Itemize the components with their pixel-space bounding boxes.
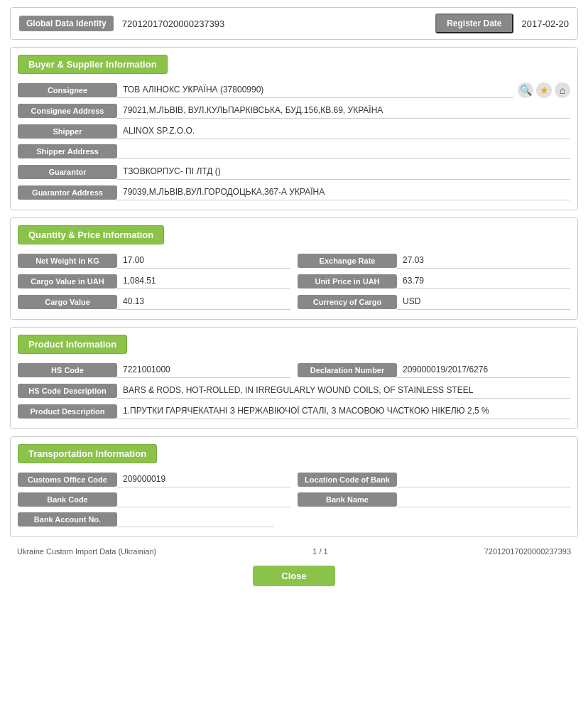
product-desc-label: Product Description [18,404,117,419]
consignee-icons: 🔍 ★ ⌂ [518,82,570,98]
cargo-value-row: Cargo Value 40.13 Currency of Cargo USD [11,291,577,312]
currency-cargo-label: Currency of Cargo [298,295,397,309]
unit-price-uah-value: 63.79 [397,273,570,289]
shipper-row: Shipper ALINOX SP.Z.O.O. [11,121,577,141]
product-desc-row: Product Description 1.ПРУТКИ ГАРЯЧЕКАТАН… [11,401,577,421]
net-weight-pair: Net Weight in KG 17.00 [18,252,290,269]
location-code-bank-label: Location Code of Bank [298,473,397,487]
hs-code-desc-value: BARS & RODS, HOT-ROLLED, IN IRREGULARLY … [117,382,570,399]
currency-cargo-pair: Currency of Cargo USD [298,293,570,310]
footer-center: 1 / 1 [312,547,327,556]
declaration-number-pair: Declaration Number 209000019/2017/6276 [298,362,570,378]
hs-code-desc-label: HS Code Description [18,384,117,398]
bank-code-name-row: Bank Code Bank Name [11,490,577,509]
consignee-address-label: Consignee Address [18,104,117,118]
unit-price-uah-pair: Unit Price in UAH 63.79 [298,273,570,289]
hs-code-desc-row: HS Code Description BARS & RODS, HOT-ROL… [11,380,577,401]
cargo-value-uah-value: 1,084.51 [117,273,290,289]
exchange-rate-label: Exchange Rate [298,254,397,268]
consignee-row: Consignee ТОВ АЛІНОКС УКРАЇНА (37800990)… [11,80,577,100]
hs-code-label: HS Code [18,363,117,377]
global-data-identity-value: 72012017020000237393 [122,18,427,29]
star-icon[interactable]: ★ [536,82,552,98]
net-weight-exchange-row: Net Weight in KG 17.00 Exchange Rate 27.… [11,250,577,271]
consignee-address-value: 79021,М.ЛЬВІВ, ВУЛ.КУЛЬПАРКІВСЬКА, БУД.1… [117,102,570,119]
cargo-value-uah-pair: Cargo Value in UAH 1,084.51 [18,273,290,289]
customs-office-pair: Customs Office Code 209000019 [18,471,290,487]
exchange-rate-value: 27.03 [397,252,570,269]
consignee-value: ТОВ АЛІНОКС УКРАЇНА (37800990) [117,82,513,98]
net-weight-label: Net Weight in KG [18,254,117,268]
bank-code-value [117,492,290,507]
register-date-value: 2017-02-20 [522,18,570,29]
bank-name-label: Bank Name [298,492,397,507]
bank-name-value [397,492,570,507]
declaration-number-label: Declaration Number [298,363,397,377]
bank-code-label: Bank Code [18,492,117,507]
bank-account-label: Bank Account No. [18,512,117,527]
shipper-value: ALINOX SP.Z.O.O. [117,123,570,139]
quantity-price-header: Quantity & Price Information [18,225,164,244]
guarantor-address-value: 79039,М.ЛЬВІВ,ВУЛ.ГОРОДОЦЬКА,367-А УКРАЇ… [117,184,570,200]
product-desc-value: 1.ПРУТКИ ГАРЯЧЕКАТАНІ З НЕРЖАВІЮЧОЇ СТАЛ… [117,403,570,419]
transportation-header: Transportation Information [18,444,157,463]
customs-office-code-label: Customs Office Code [18,473,117,487]
buyer-supplier-section: Buyer & Supplier Information Consignee Т… [10,47,578,210]
shipper-address-row: Shipper Address [11,141,577,161]
unit-price-uah-label: Unit Price in UAH [298,274,397,288]
net-weight-value: 17.00 [117,252,290,269]
hs-code-declaration-row: HS Code 7221001000 Declaration Number 20… [11,360,577,380]
customs-location-row: Customs Office Code 209000019 Location C… [11,469,577,490]
footer-bar: Ukraine Custom Import Data (Ukrainian) 1… [10,544,578,559]
home-icon[interactable]: ⌂ [555,82,570,98]
footer-left: Ukraine Custom Import Data (Ukrainian) [17,547,156,556]
customs-office-code-value: 209000019 [117,471,290,487]
bank-account-value [117,512,273,527]
hs-code-value: 7221001000 [117,362,290,378]
bank-account-row: Bank Account No. [11,509,577,529]
global-data-identity-label: Global Data Identity [19,16,114,31]
guarantor-value: ТЗОВКОРПУС- ПІ ЛТД () [117,163,570,180]
currency-cargo-value: USD [397,293,570,310]
cargo-value-label: Cargo Value [18,295,117,309]
close-button[interactable]: Close [253,566,334,586]
guarantor-row: Guarantor ТЗОВКОРПУС- ПІ ЛТД () [11,161,577,182]
cargo-value-uah-label: Cargo Value in UAH [18,274,117,288]
register-date-button[interactable]: Register Date [435,14,513,33]
consignee-label: Consignee [18,83,117,97]
product-section: Product Information HS Code 7221001000 D… [10,327,578,429]
hs-code-pair: HS Code 7221001000 [18,362,290,378]
shipper-address-value [117,144,570,159]
identity-bar: Global Data Identity 7201201702000023739… [10,7,578,40]
location-code-bank-pair: Location Code of Bank [298,472,570,487]
guarantor-address-row: Guarantor Address 79039,М.ЛЬВІВ,ВУЛ.ГОРО… [11,182,577,203]
product-header: Product Information [18,335,127,354]
transportation-section: Transportation Information Customs Offic… [10,436,578,537]
cargo-value-value: 40.13 [117,293,290,310]
footer-right: 72012017020000237393 [484,547,571,556]
shipper-label: Shipper [18,124,117,139]
bank-code-pair: Bank Code [18,492,290,507]
location-code-bank-value [397,472,570,487]
buyer-supplier-header: Buyer & Supplier Information [18,55,168,74]
cargo-value-uah-row: Cargo Value in UAH 1,084.51 Unit Price i… [11,271,577,291]
exchange-rate-pair: Exchange Rate 27.03 [298,252,570,269]
shipper-address-label: Shipper Address [18,144,117,158]
declaration-number-value: 209000019/2017/6276 [397,362,570,378]
search-icon[interactable]: 🔍 [518,82,533,98]
cargo-value-pair: Cargo Value 40.13 [18,293,290,310]
guarantor-address-label: Guarantor Address [18,185,117,200]
guarantor-label: Guarantor [18,165,117,179]
consignee-address-row: Consignee Address 79021,М.ЛЬВІВ, ВУЛ.КУЛ… [11,100,577,121]
quantity-price-section: Quantity & Price Information Net Weight … [10,217,578,320]
bank-name-pair: Bank Name [298,492,570,507]
